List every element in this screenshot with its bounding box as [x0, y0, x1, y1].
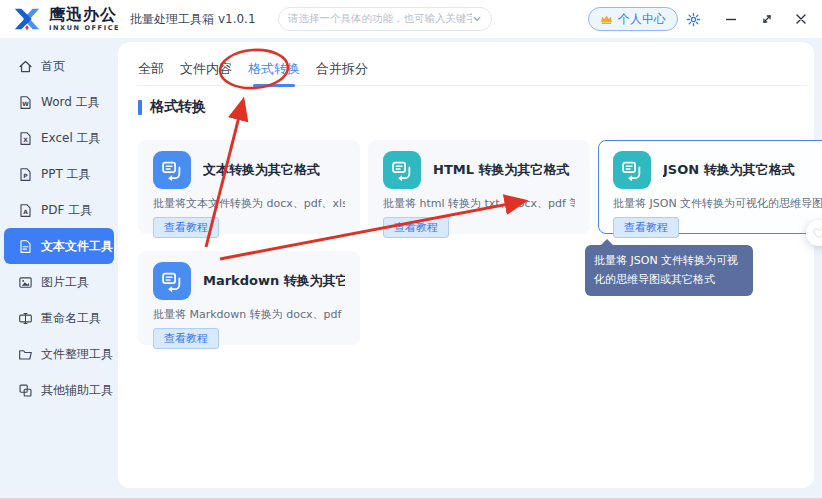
personal-center-label: 个人中心 — [618, 11, 666, 28]
function-search-select[interactable]: 请选择一个具体的功能，也可输入关键字搜索！ — [278, 7, 492, 31]
category-tabs: 全部 文件内容 格式转换 合并拆分 — [138, 52, 806, 86]
logo-title: 鹰迅办公 — [49, 7, 120, 23]
sidebar-item-label: 重命名工具 — [41, 310, 101, 327]
rename-icon — [18, 311, 33, 326]
tab-file-content[interactable]: 文件内容 — [180, 52, 232, 85]
folder-icon — [18, 347, 33, 362]
favorite-heart-button[interactable] — [806, 220, 822, 246]
sidebar-item-label: 图片工具 — [41, 274, 89, 291]
tool-card-json-convert[interactable]: JSON 转换为其它格式 批量将 JSON 文件转换为可视化的思维导图... 查… — [598, 140, 822, 234]
app-logo: 鹰迅办公 INXUN OFFICE — [0, 4, 120, 34]
logo-subtitle: INXUN OFFICE — [49, 25, 120, 32]
crown-icon — [600, 13, 613, 26]
grid-icon — [18, 383, 33, 398]
tool-card-description: 批量将 Markdown 转换为 docx、pdf 等格式 — [153, 307, 345, 322]
sidebar-item-label: 首页 — [41, 58, 65, 75]
section-title-bar — [138, 100, 142, 115]
tool-card-description: 批量将 JSON 文件转换为可视化的思维导图... — [613, 196, 822, 211]
maximize-button[interactable] — [757, 9, 777, 29]
logo-text: 鹰迅办公 INXUN OFFICE — [49, 7, 120, 32]
close-button[interactable] — [791, 9, 811, 29]
cards-grid: 文本转换为其它格式 批量将文本文件转换为 docx、pdf、xlsx 等... … — [138, 140, 806, 345]
sidebar-item-rename[interactable]: 重命名工具 — [4, 300, 114, 336]
tooltip-text: 批量将 JSON 文件转换为可视化的思维导图或其它格式 — [594, 254, 738, 286]
section-title-text: 格式转换 — [150, 98, 206, 116]
sidebar-item-text-file[interactable]: 文本文件工具 — [4, 228, 114, 264]
tool-card-header: JSON 转换为其它格式 — [613, 151, 822, 189]
tool-card-text-convert[interactable]: 文本转换为其它格式 批量将文本文件转换为 docx、pdf、xlsx 等... … — [138, 140, 360, 234]
tab-format-convert[interactable]: 格式转换 — [248, 52, 300, 85]
svg-text:P: P — [23, 172, 28, 178]
sidebar-item-file-organize[interactable]: 文件整理工具 — [4, 336, 114, 372]
tool-card-header: HTML 转换为其它格式 — [383, 151, 575, 189]
tool-card-header: Markdown 转换为其它格式 — [153, 262, 345, 300]
sidebar-item-label: 其他辅助工具 — [41, 382, 113, 399]
sidebar-item-excel[interactable]: X Excel 工具 — [4, 120, 114, 156]
home-icon — [18, 59, 33, 74]
sidebar-item-word[interactable]: W Word 工具 — [4, 84, 114, 120]
sidebar-item-label: 文本文件工具 — [41, 238, 113, 255]
json-card-tooltip: 批量将 JSON 文件转换为可视化的思维导图或其它格式 — [585, 245, 753, 296]
sidebar-item-label: Word 工具 — [41, 94, 100, 111]
sidebar-item-image[interactable]: 图片工具 — [4, 264, 114, 300]
tool-card-html-convert[interactable]: HTML 转换为其它格式 批量将 html 转换为 txt、docx、pdf 等… — [368, 140, 590, 234]
tool-card-markdown-convert[interactable]: Markdown 转换为其它格式 批量将 Markdown 转换为 docx、p… — [138, 251, 360, 345]
tab-label: 全部 — [138, 60, 164, 78]
tool-card-description: 批量将 html 转换为 txt、docx、pdf 等格式 — [383, 196, 575, 211]
section-title: 格式转换 — [138, 98, 206, 116]
view-tutorial-button[interactable]: 查看教程 — [153, 328, 219, 349]
image-icon — [18, 275, 33, 290]
doc-icon: W — [18, 95, 33, 110]
tool-card-title: HTML 转换为其它格式 — [433, 161, 570, 179]
sidebar-item-home[interactable]: 首页 — [4, 48, 114, 84]
tab-label: 文件内容 — [180, 60, 232, 78]
doc-lines-icon — [18, 239, 33, 254]
doc-icon: P — [18, 167, 33, 182]
tool-card-icon — [153, 262, 191, 300]
tool-card-icon — [613, 151, 651, 189]
view-tutorial-button[interactable]: 查看教程 — [613, 217, 679, 238]
tool-card-description: 批量将文本文件转换为 docx、pdf、xlsx 等... — [153, 196, 345, 211]
doc-icon: A — [18, 203, 33, 218]
sidebar-item-other[interactable]: 其他辅助工具 — [4, 372, 114, 408]
sidebar-nav: 首页 W Word 工具 X Excel 工具 P PPT 工具 A PDF 工… — [0, 38, 118, 500]
sidebar-item-label: PPT 工具 — [41, 166, 91, 183]
sidebar-item-label: PDF 工具 — [41, 202, 92, 219]
tab-label: 格式转换 — [248, 60, 300, 78]
tool-card-icon — [383, 151, 421, 189]
tool-card-title: JSON 转换为其它格式 — [663, 161, 795, 179]
tab-merge-split[interactable]: 合并拆分 — [316, 52, 368, 85]
tool-card-header: 文本转换为其它格式 — [153, 151, 345, 189]
app-title: 批量处理工具箱 v1.0.1 — [130, 11, 255, 28]
view-tutorial-button[interactable]: 查看教程 — [153, 217, 219, 238]
personal-center-button[interactable]: 个人中心 — [588, 7, 678, 31]
svg-text:W: W — [22, 100, 29, 106]
tool-card-title: Markdown 转换为其它格式 — [203, 272, 345, 290]
chevron-down-icon — [472, 14, 482, 24]
app-window: 鹰迅办公 INXUN OFFICE 批量处理工具箱 v1.0.1 请选择一个具体… — [0, 0, 822, 500]
doc-icon: X — [18, 131, 33, 146]
settings-gear-icon[interactable] — [683, 9, 703, 29]
tool-card-title: 文本转换为其它格式 — [203, 161, 320, 179]
search-placeholder: 请选择一个具体的功能，也可输入关键字搜索！ — [288, 12, 472, 26]
sidebar-item-ppt[interactable]: P PPT 工具 — [4, 156, 114, 192]
inxun-logo-icon — [12, 4, 42, 34]
svg-text:X: X — [23, 136, 28, 142]
minimize-button[interactable] — [721, 9, 741, 29]
sidebar-item-label: Excel 工具 — [41, 130, 101, 147]
sidebar-item-pdf[interactable]: A PDF 工具 — [4, 192, 114, 228]
view-tutorial-button[interactable]: 查看教程 — [383, 217, 449, 238]
tab-label: 合并拆分 — [316, 60, 368, 78]
tab-all[interactable]: 全部 — [138, 52, 164, 85]
svg-text:A: A — [23, 208, 28, 214]
sidebar-item-label: 文件整理工具 — [41, 346, 113, 363]
tool-card-icon — [153, 151, 191, 189]
